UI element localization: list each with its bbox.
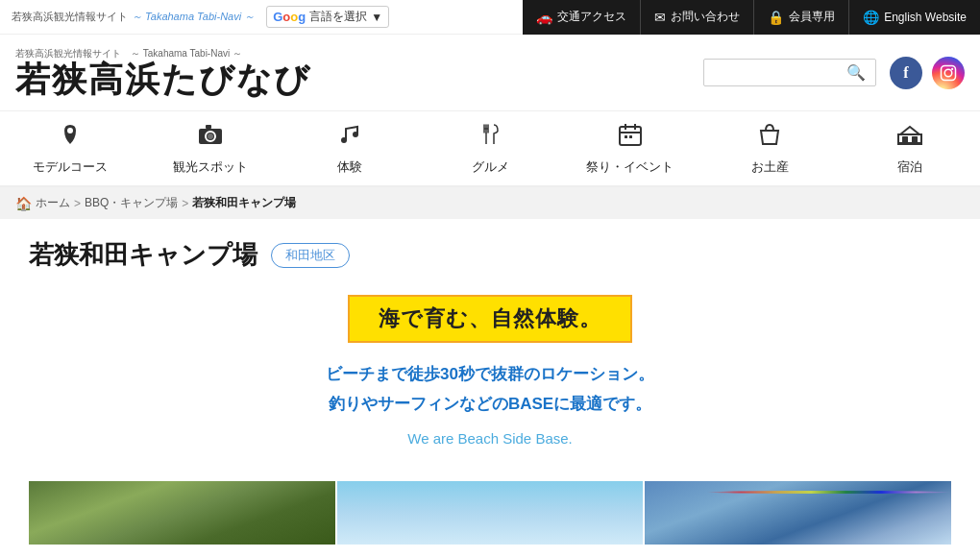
chevron-down-icon: ▼	[371, 11, 382, 24]
nav-festival[interactable]: 祭り・イベント	[560, 111, 700, 185]
nav-sightseeing-label: 観光スポット	[173, 158, 248, 176]
member-label: 会員専用	[789, 9, 835, 25]
site-subtitle-blue: ～ Takahama Tabi-Navi ～	[132, 10, 255, 24]
main-content: 若狭和田キャンプ場 和田地区 海で育む、自然体験。 ビーチまで徒歩30秒で抜群の…	[0, 219, 980, 557]
google-translate-label: 言語を選択	[309, 9, 367, 25]
gallery-image-trees	[29, 481, 335, 545]
svg-rect-15	[625, 135, 627, 138]
camera-icon	[197, 121, 224, 155]
shopping-bag-icon	[756, 121, 783, 155]
nav-model-course[interactable]: モデルコース	[0, 111, 140, 185]
traffic-access-button[interactable]: 🚗 交通アクセス	[523, 0, 641, 35]
search-button[interactable]: 🔍	[846, 63, 866, 82]
traffic-access-label: 交通アクセス	[557, 9, 626, 25]
logo-title[interactable]: 若狭高浜たびなび	[15, 61, 703, 99]
breadcrumb-separator-1: >	[74, 197, 81, 210]
calendar-icon	[617, 121, 644, 155]
member-button[interactable]: 🔒 会員専用	[754, 0, 849, 35]
promo-line-2: 釣りやサーフィンなどのBASEに最適です。	[329, 395, 651, 413]
svg-point-9	[353, 132, 358, 137]
svg-point-8	[341, 137, 347, 143]
gallery-image-rainbow	[645, 481, 951, 545]
nav-experience[interactable]: 体験	[280, 111, 420, 185]
breadcrumb-home-link[interactable]: ホーム	[36, 195, 70, 211]
music-icon	[336, 121, 363, 155]
facebook-icon: f	[903, 64, 908, 82]
promo-text-blue: ビーチまで徒歩30秒で抜群のロケーション。 釣りやサーフィンなどのBASEに最適…	[326, 360, 654, 419]
nav-experience-label: 体験	[337, 158, 362, 176]
breadcrumb-separator-2: >	[182, 197, 188, 210]
contact-label: お問い合わせ	[671, 9, 740, 25]
facebook-button[interactable]: f	[890, 57, 922, 89]
logo-subtitle: 若狭高浜観光情報サイト ～ Takahama Tabi-Navi ～	[15, 47, 703, 61]
google-translate-select[interactable]: Goog 言語を選択 ▼	[266, 6, 389, 28]
header: 若狭高浜観光情報サイト ～ Takahama Tabi-Navi ～ 若狭高浜た…	[0, 35, 980, 111]
nav-gourmet-label: グルメ	[472, 158, 509, 176]
area-badge: 和田地区	[271, 243, 350, 268]
model-course-icon	[57, 121, 84, 155]
nav-gourmet[interactable]: グルメ	[420, 111, 560, 185]
header-right: 🔍 f	[703, 57, 965, 89]
svg-point-2	[951, 67, 953, 69]
google-g-icon: Goog	[273, 10, 306, 24]
breadcrumb: 🏠 ホーム > BBQ・キャンプ場 > 若狭和田キャンプ場	[0, 187, 980, 219]
top-bar-right: 🚗 交通アクセス ✉ お問い合わせ 🔒 会員専用 🌐 English Websi…	[523, 0, 980, 35]
main-navigation: モデルコース 観光スポット 体験	[0, 111, 980, 187]
lock-icon: 🔒	[768, 10, 784, 25]
nav-souvenir[interactable]: お土産	[700, 111, 841, 185]
promo-english: We are Beach Side Base.	[407, 430, 573, 447]
home-icon: 🏠	[15, 196, 32, 211]
mail-icon: ✉	[654, 10, 666, 25]
promo-section: 海で育む、自然体験。 ビーチまで徒歩30秒で抜群のロケーション。 釣りやサーフィ…	[29, 295, 951, 462]
svg-rect-16	[629, 135, 632, 138]
svg-point-3	[67, 128, 73, 133]
nav-souvenir-label: お土産	[751, 158, 789, 176]
top-bar: 若狭高浜観光情報サイト ～ Takahama Tabi-Navi ～ Goog …	[0, 0, 980, 35]
car-icon: 🚗	[536, 10, 552, 25]
breadcrumb-category-link[interactable]: BBQ・キャンプ場	[85, 195, 178, 211]
gallery-image-sky	[337, 481, 644, 545]
promo-line-1: ビーチまで徒歩30秒で抜群のロケーション。	[326, 365, 654, 383]
nav-festival-label: 祭り・イベント	[586, 158, 674, 176]
svg-rect-20	[898, 142, 921, 144]
instagram-icon	[940, 64, 957, 82]
nav-model-course-label: モデルコース	[33, 158, 108, 176]
page-title: 若狭和田キャンプ場	[29, 238, 257, 272]
image-gallery	[29, 481, 951, 545]
top-bar-left: 若狭高浜観光情報サイト ～ Takahama Tabi-Navi ～ Goog …	[0, 6, 523, 28]
breadcrumb-current: 若狭和田キャンプ場	[192, 195, 296, 211]
fork-knife-icon	[477, 121, 503, 155]
search-bar: 🔍	[703, 59, 876, 86]
nav-sightseeing[interactable]: 観光スポット	[140, 111, 281, 185]
contact-button[interactable]: ✉ お問い合わせ	[641, 0, 754, 35]
lodging-icon	[896, 121, 923, 155]
svg-rect-6	[206, 125, 211, 129]
search-input[interactable]	[712, 65, 846, 80]
instagram-button[interactable]	[932, 57, 965, 89]
site-subtitle: 若狭高浜観光情報サイト	[12, 10, 128, 24]
page-title-row: 若狭和田キャンプ場 和田地区	[29, 238, 951, 272]
svg-point-7	[208, 133, 213, 139]
logo-area: 若狭高浜観光情報サイト ～ Takahama Tabi-Navi ～ 若狭高浜た…	[15, 47, 703, 99]
english-website-button[interactable]: 🌐 English Website	[849, 0, 980, 35]
svg-rect-0	[942, 65, 956, 80]
promo-banner: 海で育む、自然体験。	[348, 295, 632, 343]
nav-lodging[interactable]: 宿泊	[840, 111, 980, 185]
globe-icon: 🌐	[863, 10, 879, 25]
english-website-label: English Website	[884, 11, 967, 24]
nav-lodging-label: 宿泊	[897, 158, 922, 176]
social-icons: f	[890, 57, 965, 89]
svg-point-1	[944, 69, 952, 77]
